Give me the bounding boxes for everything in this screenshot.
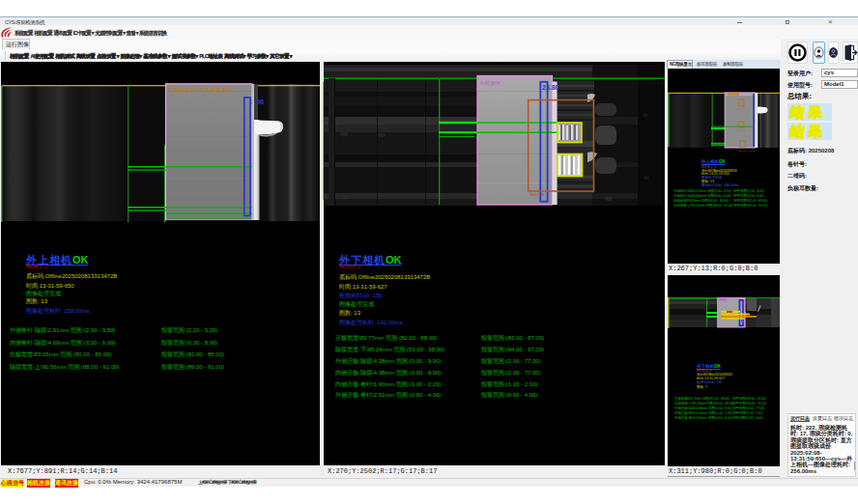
- svg-text:NG 1.35: NG 1.35: [530, 192, 546, 197]
- svg-text:23.80: 23.80: [542, 84, 559, 91]
- svg-text:13.08 3.6: 13.08 3.6: [736, 129, 747, 132]
- svg-text:12.3 47.4x;1.35: 12.3 47.4x;1.35: [738, 150, 756, 153]
- svg-text:12.65 32.4: 12.65 32.4: [736, 107, 748, 110]
- svg-text:AI检测区: AI检测区: [480, 80, 501, 87]
- svg-text:灰度阈值:93, 动态阈值:100: 灰度阈值:93, 动态阈值:100: [168, 87, 231, 94]
